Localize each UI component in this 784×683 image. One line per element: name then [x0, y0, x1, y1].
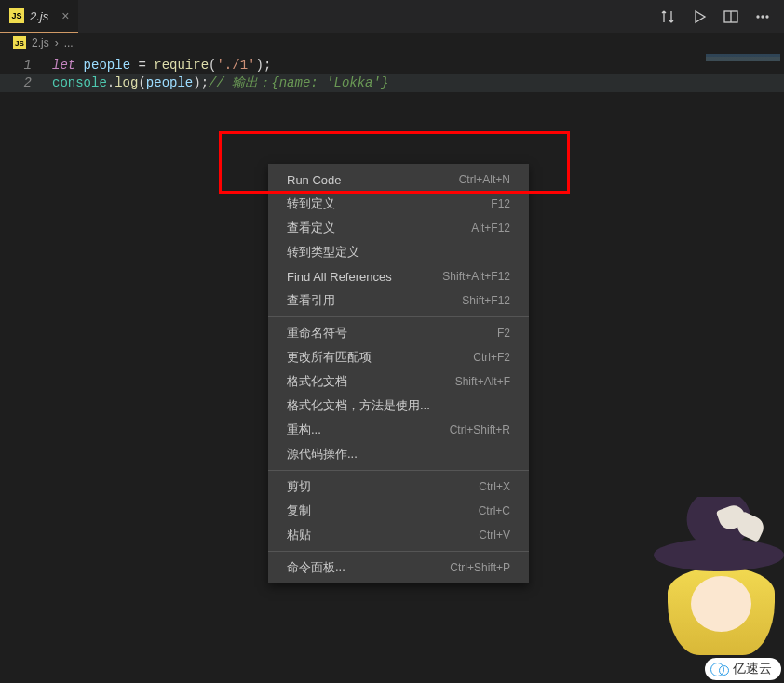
menu-item-label: 转到类型定义: [287, 244, 359, 261]
split-editor-icon[interactable]: [723, 8, 739, 25]
decorative-character-sticker: [654, 488, 784, 655]
menu-item-label: Run Code: [287, 173, 342, 187]
menu-item-label: 查看定义: [287, 220, 335, 236]
menu-item-shortcut: Shift+Alt+F: [455, 375, 510, 388]
menu-item[interactable]: 复制Ctrl+C: [268, 499, 529, 523]
cloud-icon: [710, 663, 729, 676]
svg-point-2: [757, 16, 759, 18]
menu-item-label: Find All References: [287, 270, 392, 284]
js-file-icon: JS: [9, 8, 24, 23]
menu-item-shortcut: Shift+Alt+F12: [442, 270, 510, 283]
menu-item-label: 转到定义: [287, 195, 335, 212]
menu-separator: [268, 551, 529, 552]
menu-item-shortcut: Shift+F12: [462, 294, 510, 307]
tab-filename: 2.js: [30, 9, 48, 23]
tabs-left: JS 2.js ×: [0, 0, 78, 33]
line-number: 2: [0, 74, 52, 92]
menu-item-shortcut: Ctrl+V: [479, 529, 510, 542]
menu-item-label: 更改所有匹配项: [287, 349, 372, 366]
menu-item-shortcut: Alt+F12: [471, 221, 510, 234]
menu-item[interactable]: Find All ReferencesShift+Alt+F12: [268, 264, 529, 288]
menu-item-label: 复制: [287, 502, 311, 519]
line-number: 1: [0, 57, 52, 74]
watermark-text: 亿速云: [733, 661, 772, 677]
code-editor[interactable]: 1 let people = require('./1'); 2 console…: [0, 53, 784, 92]
menu-item[interactable]: 命令面板...Ctrl+Shift+P: [268, 556, 529, 580]
menu-item-shortcut: F2: [497, 327, 510, 340]
minimap[interactable]: [706, 54, 780, 61]
svg-point-4: [766, 16, 768, 18]
breadcrumb-detail: ...: [64, 36, 74, 49]
menu-item[interactable]: 粘贴Ctrl+V: [268, 523, 529, 547]
play-icon[interactable]: [691, 8, 708, 25]
menu-item-label: 查看引用: [287, 292, 335, 309]
menu-separator: [268, 316, 529, 317]
menu-item-shortcut: F12: [491, 197, 510, 210]
tabs-right: [659, 8, 784, 25]
menu-item[interactable]: 转到类型定义: [268, 240, 529, 264]
breadcrumb-separator: ›: [55, 36, 59, 49]
compare-changes-icon[interactable]: [659, 8, 676, 25]
menu-item[interactable]: Run CodeCtrl+Alt+N: [268, 167, 529, 192]
menu-item-shortcut: Ctrl+Shift+R: [450, 423, 510, 436]
menu-item[interactable]: 源代码操作...: [268, 442, 529, 466]
menu-item[interactable]: 重命名符号F2: [268, 321, 529, 345]
menu-item-shortcut: Ctrl+F2: [473, 351, 510, 364]
line-content: let people = require('./1');: [52, 57, 271, 74]
menu-item-shortcut: Ctrl+Shift+P: [450, 561, 510, 574]
menu-item[interactable]: 格式化文档Shift+Alt+F: [268, 369, 529, 394]
menu-item-label: 格式化文档，方法是使用...: [287, 397, 430, 414]
close-icon[interactable]: ×: [61, 8, 69, 23]
menu-item-label: 粘贴: [287, 527, 311, 543]
menu-item-label: 格式化文档: [287, 373, 347, 390]
context-menu: Run CodeCtrl+Alt+N转到定义F12查看定义Alt+F12转到类型…: [268, 164, 529, 583]
menu-item-label: 重命名符号: [287, 325, 347, 342]
menu-item-label: 源代码操作...: [287, 446, 358, 462]
menu-item-label: 剪切: [287, 478, 311, 495]
more-icon[interactable]: [754, 8, 771, 25]
menu-item-label: 重构...: [287, 422, 321, 438]
tabs-bar: JS 2.js ×: [0, 0, 784, 33]
menu-item-shortcut: Ctrl+Alt+N: [459, 173, 510, 186]
menu-item-label: 命令面板...: [287, 559, 345, 576]
menu-item[interactable]: 转到定义F12: [268, 192, 529, 216]
watermark-badge: 亿速云: [705, 658, 781, 680]
menu-item[interactable]: 重构...Ctrl+Shift+R: [268, 418, 529, 442]
code-line: 2 console.log(people);// 输出：{name: 'Lokk…: [0, 74, 784, 92]
breadcrumb[interactable]: JS 2.js › ...: [0, 33, 784, 53]
menu-item[interactable]: 查看引用Shift+F12: [268, 288, 529, 313]
tab-active[interactable]: JS 2.js ×: [0, 0, 78, 33]
menu-separator: [268, 470, 529, 471]
menu-item-shortcut: Ctrl+C: [479, 504, 510, 517]
js-file-icon: JS: [13, 36, 26, 49]
menu-item-shortcut: Ctrl+X: [479, 480, 510, 493]
line-content: console.log(people);// 输出：{name: 'Lokka'…: [52, 74, 388, 92]
menu-item[interactable]: 剪切Ctrl+X: [268, 475, 529, 499]
menu-item[interactable]: 查看定义Alt+F12: [268, 216, 529, 240]
menu-item[interactable]: 更改所有匹配项Ctrl+F2: [268, 345, 529, 369]
code-line: 1 let people = require('./1');: [0, 57, 784, 74]
svg-point-3: [762, 16, 764, 18]
breadcrumb-file: 2.js: [32, 36, 49, 49]
menu-item[interactable]: 格式化文档，方法是使用...: [268, 394, 529, 418]
